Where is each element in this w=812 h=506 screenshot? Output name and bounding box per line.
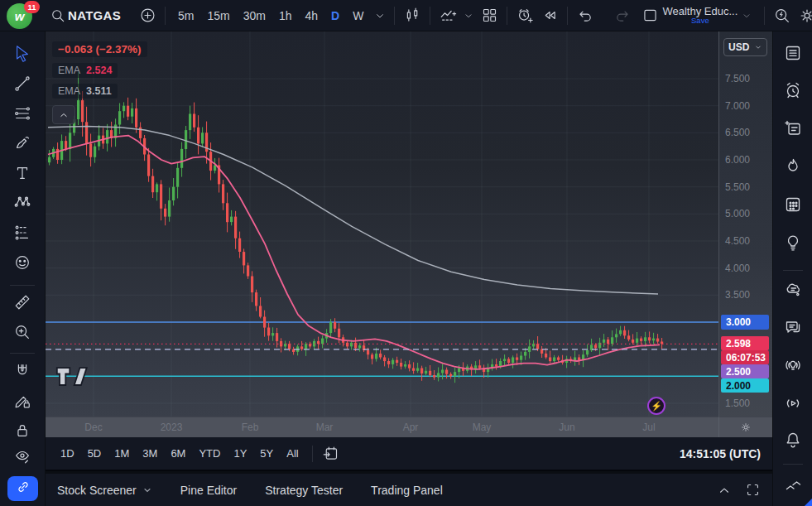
range-button-All[interactable]: All <box>280 444 305 463</box>
timeframe-15m[interactable]: 15m <box>200 3 236 28</box>
redo-button[interactable] <box>610 3 633 28</box>
quick-search-button[interactable] <box>771 3 794 28</box>
price-tick: 4.000 <box>725 263 750 274</box>
create-alert-button[interactable] <box>513 3 536 28</box>
status-item-pine-editor[interactable]: Pine Editor <box>180 484 237 497</box>
expand-panel-button[interactable] <box>717 483 732 498</box>
session-clock[interactable]: 14:51:05 (UTC) <box>680 447 764 460</box>
calendar-button[interactable] <box>781 195 805 218</box>
timeframe-menu-button[interactable] <box>372 3 388 28</box>
brush-tool-button[interactable] <box>9 133 36 157</box>
toolbar-separator <box>10 285 35 286</box>
cursor-tool-button[interactable] <box>9 43 36 68</box>
notes-button[interactable] <box>781 118 805 142</box>
trend-line-tool-button[interactable] <box>9 73 36 98</box>
cursor-arrow-icon <box>13 45 31 66</box>
range-button-3M[interactable]: 3M <box>136 444 164 463</box>
multichart-layout-button[interactable] <box>478 3 501 28</box>
chart-style-button[interactable] <box>401 3 424 28</box>
toolbar-separator <box>394 7 395 25</box>
drawing-mode-lock-button[interactable] <box>9 390 36 415</box>
time-axis-label-Jul: Jul <box>642 422 655 433</box>
price-axis[interactable]: USD 7.5007.0006.5006.0005.5005.0004.5004… <box>718 31 772 437</box>
ema-slow-row[interactable]: EMA 3.511 <box>52 84 118 99</box>
axis-settings-corner[interactable] <box>718 417 772 437</box>
zoom-in-icon <box>13 323 31 345</box>
save-link[interactable]: Save <box>691 17 709 25</box>
level-badge-2000: 2.000 <box>721 378 769 393</box>
spark-event-icon[interactable]: ⚡ <box>647 397 665 415</box>
minds-button[interactable] <box>781 280 805 303</box>
range-button-YTD[interactable]: YTD <box>192 444 227 463</box>
replay-icon <box>541 7 559 24</box>
go-to-date-icon <box>322 445 339 462</box>
fib-lines-tool-button[interactable] <box>9 103 36 128</box>
currency-selector[interactable]: USD <box>723 38 767 56</box>
range-button-1Y[interactable]: 1Y <box>227 444 253 463</box>
status-item-strategy-tester[interactable]: Strategy Tester <box>265 484 343 497</box>
symbol-search-button[interactable]: NATGAS <box>50 3 121 28</box>
zoom-in-tool-button[interactable] <box>9 321 36 346</box>
fullscreen-button[interactable] <box>745 482 761 498</box>
search-icon <box>50 7 66 24</box>
collapse-sidebar-button[interactable] <box>781 475 805 499</box>
watchlist-button[interactable] <box>781 43 805 66</box>
emoji-tool-button[interactable] <box>9 252 36 277</box>
resize-corner[interactable] <box>805 499 812 506</box>
timeframe-4h[interactable]: 4h <box>299 3 325 28</box>
alerts-button[interactable] <box>781 80 805 104</box>
status-item-stock-screener[interactable]: Stock Screener <box>57 484 152 497</box>
price-tick: 6.500 <box>725 127 750 138</box>
pattern-tool-button[interactable] <box>9 192 36 217</box>
timeframe-30m[interactable]: 30m <box>237 3 272 28</box>
ideas-button[interactable] <box>781 233 805 256</box>
hide-drawings-button[interactable] <box>9 446 36 470</box>
forecast-tool-button[interactable] <box>9 222 36 247</box>
compare-add-symbol-button[interactable] <box>136 3 159 28</box>
status-item-trading-panel[interactable]: Trading Panel <box>371 484 443 497</box>
alert-clock-plus-icon <box>516 7 534 25</box>
range-button-1M[interactable]: 1M <box>108 444 136 463</box>
gear-icon <box>798 7 812 25</box>
ruler-icon <box>13 293 31 315</box>
bar-replay-button[interactable] <box>538 3 561 28</box>
object-tree-link-button[interactable] <box>7 476 38 501</box>
chart-settings-button[interactable] <box>795 3 812 28</box>
measure-tool-button[interactable] <box>9 292 36 316</box>
chat-button[interactable] <box>781 317 805 340</box>
thought-cloud-icon <box>783 280 803 303</box>
user-menu-button[interactable]: w 11 <box>5 2 38 30</box>
indicator-templates-button[interactable] <box>461 3 476 28</box>
go-to-date-button[interactable] <box>320 441 343 466</box>
trend-line-icon <box>13 75 31 96</box>
time-axis-label-Jun: Jun <box>559 422 574 433</box>
indicators-button[interactable] <box>436 3 459 28</box>
undo-button[interactable] <box>574 3 597 28</box>
journal-plus-icon <box>783 118 803 142</box>
hotlists-button[interactable] <box>781 157 805 180</box>
streams-button[interactable] <box>781 393 805 417</box>
save-layout-button[interactable]: Wealthy Educ... Save <box>641 3 752 28</box>
timeframe-W[interactable]: W <box>346 3 370 28</box>
ema-fast-row[interactable]: EMA 2.524 <box>52 63 118 78</box>
range-button-1D[interactable]: 1D <box>54 444 81 463</box>
range-button-5Y[interactable]: 5Y <box>253 444 280 463</box>
parallel-lines-icon <box>13 104 31 126</box>
timeframe-5m[interactable]: 5m <box>171 3 200 28</box>
xabcd-pattern-icon <box>13 194 31 215</box>
time-axis-label-Feb: Feb <box>242 422 259 433</box>
time-axis[interactable]: Dec2023FebMarAprMayJunJul <box>46 417 718 438</box>
range-button-6M[interactable]: 6M <box>164 444 192 463</box>
timeframe-D[interactable]: D <box>324 3 346 28</box>
lock-drawings-button[interactable] <box>9 420 36 445</box>
toolbar-separator <box>165 7 166 25</box>
text-tool-button[interactable] <box>9 162 36 187</box>
range-button-5D[interactable]: 5D <box>81 444 108 463</box>
time-axis-label-Apr: Apr <box>403 422 419 433</box>
notifications-button[interactable] <box>781 430 805 453</box>
magnet-mode-button[interactable] <box>9 360 36 385</box>
timeframe-1h[interactable]: 1h <box>272 3 299 28</box>
chart-pane[interactable]: −0.063 (−2.37%) EMA 2.524 EMA 3.511 ⚡ <box>46 31 718 417</box>
legend-collapse-button[interactable] <box>52 105 75 124</box>
live-ideas-button[interactable] <box>781 355 805 378</box>
